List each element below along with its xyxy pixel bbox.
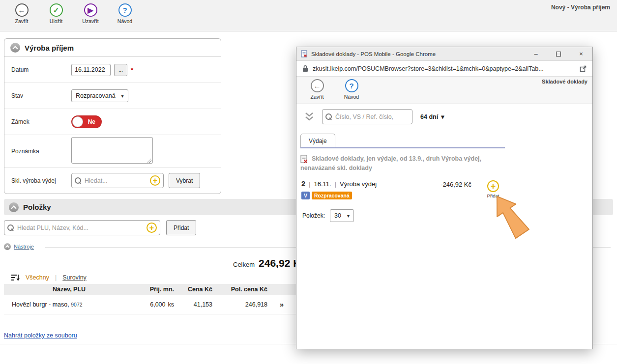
lock-icon (302, 65, 308, 72)
datum-label: Datum (11, 66, 71, 73)
popup-toolbar: ← Zavřít ? Návod Skladové doklady (296, 77, 592, 104)
items-search-box: + (4, 220, 160, 235)
tools-link[interactable]: Nástroje (14, 244, 34, 250)
collapse-icon (10, 43, 20, 53)
add-icon[interactable]: + (150, 175, 160, 186)
items-filter-row: Všechny | Suroviny (11, 273, 87, 282)
doc-number: 2 (301, 180, 305, 188)
finalize-button[interactable]: ▶ Uzavřít (77, 3, 104, 24)
minimize-button[interactable]: – (525, 47, 547, 60)
period-value: 64 dní (420, 113, 438, 120)
items-section-title: Položky (23, 203, 51, 211)
doc-search-input[interactable] (335, 113, 409, 120)
sort-icon[interactable] (11, 273, 20, 282)
save-button[interactable]: ✓ Uložit (42, 3, 70, 24)
filter-separator: | (55, 274, 57, 281)
caret-down-icon: ▾ (347, 213, 350, 219)
table-row[interactable]: Hovězí burgr - maso, 9072 6,000 ks 41,15… (4, 295, 301, 314)
open-in-new-icon[interactable] (580, 65, 587, 72)
caret-down-icon: ▾ (121, 93, 124, 99)
tab-vydaje[interactable]: Výdaje (300, 134, 335, 147)
add-icon: + (487, 180, 499, 192)
items-table: Název, PLU Přij. mn. Cena Kč Pol. cena K… (4, 284, 301, 314)
document-row[interactable]: 2 | 16.11. | Výroba výdej (301, 180, 377, 188)
play-icon: ▶ (84, 3, 97, 17)
popup-help-label: Návod (344, 94, 359, 100)
zamek-label: Zámek (11, 118, 71, 125)
add-document-button[interactable]: + Přidat (486, 180, 500, 198)
document-filter-icon (300, 155, 308, 163)
col-total: Pol. cena Kč (214, 286, 269, 293)
url-text: zkusit.ikelp.com/POSUCMBrowser?store=3&c… (313, 65, 575, 72)
total-block: Celkem 246,92 Kč (233, 257, 306, 269)
back-icon: ← (311, 79, 324, 92)
finalize-button-label: Uzavřít (82, 18, 98, 24)
datum-input[interactable] (71, 64, 111, 76)
pridat-button[interactable]: Přidat (166, 220, 196, 235)
doc-type-badge: V (301, 192, 310, 199)
collapse-icon (4, 243, 11, 250)
col-qty: Přij. mn. (134, 286, 176, 293)
col-price: Cena Kč (176, 286, 214, 293)
datum-picker-button[interactable]: ... (114, 64, 127, 76)
popup-close-button[interactable]: ← Zavřít (303, 79, 331, 104)
back-icon: ← (15, 3, 29, 17)
poznamka-row: Poznámka (4, 135, 221, 168)
form-section-header[interactable]: Výroba příjem (4, 39, 221, 57)
add-icon[interactable]: + (147, 223, 157, 233)
url-bar[interactable]: zkusit.ikelp.com/POSUCMBrowser?store=3&c… (296, 61, 592, 77)
tab-underline (300, 147, 505, 148)
filter-suroviny[interactable]: Suroviny (62, 274, 87, 281)
stav-row: Stav Rozpracovaná ▾ (4, 83, 221, 109)
window-titlebar[interactable]: Skladové doklady - POS Mobile - Google C… (296, 47, 592, 61)
window-close-button[interactable]: × (570, 47, 592, 60)
items-per-page-select[interactable]: 30 ▾ (330, 209, 354, 222)
form-section-title: Výroba příjem (25, 44, 74, 52)
item-qty: 6,000 (150, 301, 165, 308)
expand-filters-icon[interactable] (304, 112, 314, 122)
filter-info-text: Skladové doklady, jen výdaje, od 13.9., … (300, 155, 481, 171)
save-button-label: Uložit (50, 18, 62, 24)
skl-search-input[interactable] (85, 177, 147, 184)
popup-page-title: Skladové doklady (542, 79, 588, 84)
caret-down-icon: ▾ (441, 113, 444, 120)
search-icon (325, 113, 332, 120)
doc-type: Výroba výdej (340, 180, 377, 188)
row-detail-chevron[interactable]: » (269, 300, 294, 308)
stav-label: Stav (11, 92, 71, 99)
lock-toggle[interactable]: Ne (71, 115, 102, 128)
stav-select[interactable]: Rozpracovaná ▾ (71, 89, 128, 102)
question-icon: ? (345, 79, 358, 92)
tools-link-row: Nástroje (4, 243, 34, 250)
close-button[interactable]: ← Zavřít (8, 3, 35, 24)
filter-all[interactable]: Všechny (26, 274, 49, 281)
production-receipt-panel: Výroba příjem Datum ... * Stav Rozpracov… (4, 38, 221, 194)
main-toolbar-buttons: ← Zavřít ✓ Uložit ▶ Uzavřít ? Návod (0, 0, 617, 24)
col-name: Název, PLU (4, 286, 134, 293)
doc-search-box (322, 109, 412, 124)
poznamka-label: Poznámka (11, 148, 71, 155)
popup-content: 64 dní ▾ Výdaje Skladové doklady, jen vý… (296, 104, 592, 349)
popup-help-button[interactable]: ? Návod (338, 79, 365, 104)
period-select[interactable]: 64 dní ▾ (420, 113, 444, 120)
skl-label: Skl. výroba výdej (11, 177, 71, 184)
doc-badges: V Rozpracovaná (301, 192, 352, 199)
help-button[interactable]: ? Návod (111, 3, 139, 24)
page-title: Nový - Výroba příjem (551, 4, 610, 11)
popup-close-label: Zavřít (311, 94, 324, 100)
item-name: Hovězí burgr - maso, (12, 301, 69, 308)
item-plu: 9072 (71, 302, 82, 308)
separator: | (335, 180, 336, 188)
items-search-input[interactable] (17, 224, 144, 231)
note-field[interactable] (71, 137, 153, 164)
items-search-row: + Přidat (4, 220, 196, 235)
chrome-popup-window: Skladové doklady - POS Mobile - Google C… (296, 47, 593, 349)
vybrat-button[interactable]: Vybrat (169, 173, 200, 188)
collapse-icon (9, 202, 19, 212)
maximize-button[interactable] (547, 47, 570, 60)
skl-row: Skl. výroba výdej + Vybrat (4, 168, 221, 194)
separator: | (309, 180, 310, 188)
toggle-value: Ne (88, 118, 95, 125)
items-per-page-label: Položek: (302, 212, 325, 219)
load-items-link[interactable]: Nahrát položky ze souboru (4, 332, 77, 339)
